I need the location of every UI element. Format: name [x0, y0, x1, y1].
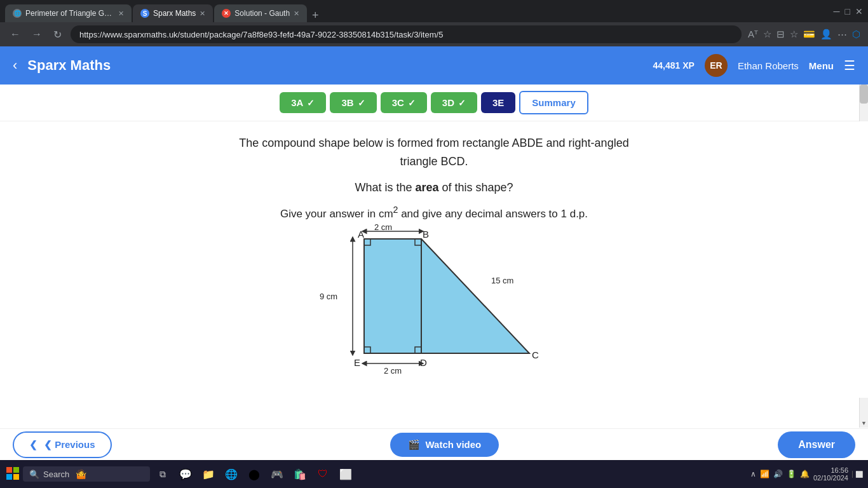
tab-3c-label: 3C [392, 97, 404, 108]
taskbar-icon-antivirus[interactable]: 🛡 [313, 464, 333, 484]
profile-icon[interactable]: 👤 [820, 29, 832, 40]
label-E: E [354, 357, 360, 368]
label-A: A [358, 229, 364, 240]
tab-icon-2: S [140, 9, 149, 18]
prev-label: ❮ Previous [44, 439, 95, 451]
left-dim-label: 9 cm [320, 292, 337, 301]
star-icon[interactable]: ☆ [763, 29, 771, 40]
taskbar-icon-chrome[interactable]: ⬤ [244, 464, 264, 484]
watch-video-button[interactable]: 🎬 Watch video [390, 433, 499, 457]
tab-3c[interactable]: 3C ✓ [381, 92, 427, 113]
show-desktop[interactable]: ⬜ [852, 471, 863, 478]
maximize-icon[interactable]: □ [845, 6, 850, 17]
battery-icon[interactable]: 🔋 [787, 470, 796, 478]
extensions-icon[interactable]: ⋯ [837, 29, 847, 40]
sub-q-pre: What is the [355, 181, 412, 194]
new-tab-button[interactable]: + [308, 9, 323, 22]
url-input[interactable] [71, 25, 742, 43]
svg-rect-3 [13, 474, 19, 480]
tab-close-1[interactable]: ✕ [118, 10, 124, 18]
scroll-thumb[interactable] [860, 85, 868, 104]
tab-3b-check: ✓ [358, 98, 365, 108]
taskbar-icon-chat[interactable]: 💬 [175, 464, 196, 484]
answer-button[interactable]: Answer [778, 431, 855, 458]
top-dim-label: 2 cm [374, 222, 392, 232]
tab-3a-check: ✓ [307, 98, 315, 108]
tab-icon-3: ✕ [222, 9, 231, 18]
bookmark-icon[interactable]: ☆ [790, 29, 798, 40]
tab-3b-label: 3B [341, 97, 353, 108]
refresh-button[interactable]: ↻ [51, 26, 64, 43]
network-icon[interactable]: 📶 [760, 470, 770, 478]
username: Ethan Roberts [738, 60, 799, 71]
taskbar-icon-store[interactable]: 🛍️ [290, 464, 310, 484]
sparx-logo: Sparx Maths [27, 57, 653, 74]
hamburger-icon[interactable]: ☰ [844, 58, 855, 73]
tab-summary[interactable]: Summary [519, 91, 588, 114]
split-icon[interactable]: ⊟ [776, 29, 785, 40]
browser-tab-3[interactable]: ✕ Solution - Gauth ✕ [214, 4, 307, 22]
taskbar-icon-browser[interactable]: 🌐 [221, 464, 241, 484]
tab-3d-check: ✓ [458, 98, 466, 108]
question-text-2: triangle BCD. [400, 155, 468, 168]
tab-close-2[interactable]: ✕ [200, 10, 205, 18]
edge-icon[interactable]: ⬡ [852, 29, 860, 40]
avatar: ER [705, 54, 728, 77]
browser-tabs: 🌐 Perimeter of Triangle Garden ✕ S Sparx… [5, 0, 831, 22]
address-bar-icons: Aᵀ ☆ ⊟ ☆ 💳 👤 ⋯ ⬡ [748, 29, 860, 40]
reader-icon[interactable]: Aᵀ [748, 29, 758, 40]
taskbar-icon-game[interactable]: 🎮 [267, 464, 287, 484]
tab-3a[interactable]: 3A ✓ [280, 92, 326, 113]
taskbar-icon-explorer[interactable]: 📁 [198, 464, 219, 484]
volume-icon[interactable]: 🔊 [773, 470, 783, 478]
minimize-icon[interactable]: ─ [834, 6, 840, 17]
hyp-dim-label: 15 cm [491, 276, 513, 285]
sub-q-bold: area [415, 181, 438, 194]
sub-question: What is the area of this shape? [25, 181, 843, 194]
tab-label-2: Sparx Maths [153, 9, 196, 18]
svg-rect-1 [13, 467, 19, 473]
svg-rect-2 [6, 474, 12, 480]
taskbar-icon-roblox[interactable]: ⬜ [336, 464, 356, 484]
previous-button[interactable]: ❮ ❮ Previous [13, 431, 112, 458]
label-D: D [420, 357, 427, 368]
browser-tab-1[interactable]: 🌐 Perimeter of Triangle Garden ✕ [5, 4, 132, 22]
tab-3e[interactable]: 3E [481, 92, 515, 113]
close-icon[interactable]: ✕ [855, 6, 863, 17]
system-clock: 16:56 02/10/2024 [813, 466, 848, 482]
taskbar-search[interactable]: 🔍 Search 🤷 [23, 466, 150, 482]
search-icon: 🔍 [29, 470, 39, 479]
tray-arrow[interactable]: ∧ [750, 470, 756, 478]
notification-icon[interactable]: 🔔 [800, 470, 810, 478]
prev-icon: ❮ [29, 439, 37, 451]
tab-3d[interactable]: 3D ✓ [431, 92, 477, 113]
scroll-down-arrow[interactable]: ▼ [860, 419, 868, 428]
label-B: B [423, 229, 429, 240]
tab-3c-check: ✓ [408, 98, 416, 108]
tab-summary-label: Summary [532, 97, 575, 108]
tab-label-1: Perimeter of Triangle Garden [25, 9, 114, 18]
tab-icon-1: 🌐 [13, 9, 22, 18]
header-right: 44,481 XP ER Ethan Roberts Menu ☰ [653, 54, 855, 77]
sub-q-post: of this shape? [442, 181, 513, 194]
tab-3e-label: 3E [492, 97, 504, 108]
bottom-dim-label: 2 cm [384, 366, 402, 376]
back-to-tasks-button[interactable]: ‹ [13, 57, 17, 74]
label-C: C [532, 349, 539, 360]
main-content: The compound shape below is formed from … [0, 121, 868, 398]
forward-button[interactable]: → [29, 26, 44, 43]
back-button[interactable]: ← [8, 26, 23, 43]
sparx-header: ‹ Sparx Maths 44,481 XP ER Ethan Roberts… [0, 46, 868, 85]
start-button[interactable] [5, 466, 20, 483]
browser-tab-2[interactable]: S Sparx Maths ✕ [133, 4, 213, 22]
diagram-container: A B C D E 2 cm 9 cm 15 cm 2 cm [25, 226, 843, 391]
taskview-icon[interactable]: ⧉ [153, 464, 173, 484]
svg-rect-0 [6, 467, 12, 473]
tab-close-3[interactable]: ✕ [294, 10, 299, 18]
menu-label[interactable]: Menu [809, 60, 834, 71]
tab-3b[interactable]: 3B ✓ [330, 92, 376, 113]
windows-logo [6, 467, 19, 480]
window-controls: ─ □ ✕ [834, 6, 863, 17]
compound-shape-diagram: A B C D E 2 cm 9 cm 15 cm 2 cm [301, 226, 567, 391]
wallet-icon[interactable]: 💳 [803, 29, 815, 40]
